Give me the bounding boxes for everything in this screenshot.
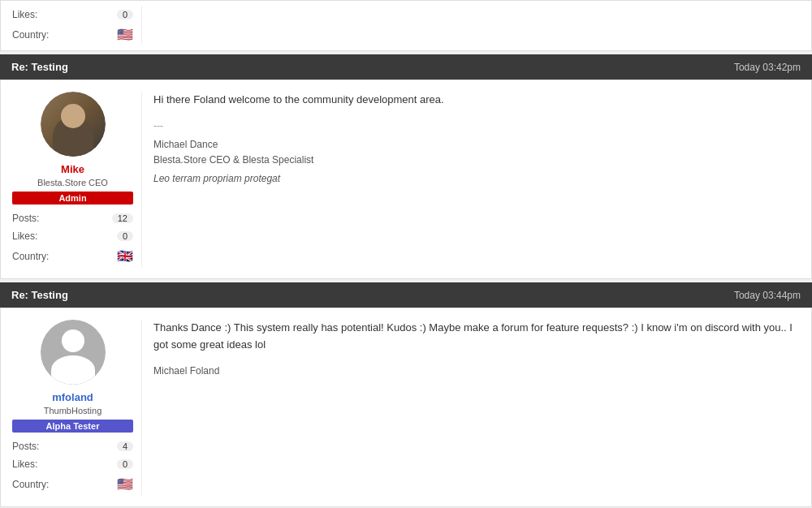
partial-country-label: Country: [12, 29, 49, 41]
post1-country-label: Country: [12, 251, 49, 262]
partial-likes-row: Likes: 0 [12, 6, 133, 24]
post1-likes-value: 0 [117, 231, 133, 241]
post2-title: Re: Testing [11, 289, 68, 301]
post2-user-stats: Posts: 4 Likes: 0 Country: 🇺🇸 [12, 437, 133, 495]
post1-text: Hi there Foland welcome to the community… [153, 92, 800, 109]
post2-time: Today 03:44pm [734, 290, 801, 301]
post1-title: Re: Testing [11, 61, 68, 73]
post1-container: Re: Testing Today 03:42pm Mike Blesta.St… [0, 54, 812, 279]
partial-content-area [142, 6, 800, 45]
post2-body: mfoland ThumbHosting Alpha Tester Posts:… [0, 308, 812, 507]
post1-posts-value: 12 [112, 213, 133, 223]
post2-signature: Michael Foland [153, 364, 800, 379]
post2-posts-row: Posts: 4 [12, 437, 133, 455]
post1-avatar [41, 92, 106, 157]
post1-body: Mike Blesta.Store CEO Admin Posts: 12 Li… [0, 80, 812, 279]
partial-user-info: Likes: 0 Country: 🇺🇸 [12, 6, 142, 45]
post2-user-card: mfoland ThumbHosting Alpha Tester Posts:… [12, 320, 142, 495]
post1-sig-separator: --- [153, 118, 800, 134]
post1-user-card: Mike Blesta.Store CEO Admin Posts: 12 Li… [12, 92, 142, 267]
post2-posts-value: 4 [117, 441, 133, 451]
post2-posts-label: Posts: [12, 441, 39, 452]
post2-content: Thanks Dance :) This system really has p… [153, 320, 800, 379]
partial-post-card: Likes: 0 Country: 🇺🇸 [0, 0, 812, 51]
post2-header: Re: Testing Today 03:44pm [0, 282, 812, 308]
partial-likes-value: 0 [117, 10, 133, 19]
partial-likes-label: Likes: [12, 9, 37, 20]
post2-username[interactable]: mfoland [52, 391, 93, 403]
post1-content: Hi there Foland welcome to the community… [153, 92, 800, 187]
mike-avatar-image [41, 92, 106, 157]
post1-likes-row: Likes: 0 [12, 227, 133, 245]
partial-country-row: Country: 🇺🇸 [12, 24, 133, 45]
post2-container: Re: Testing Today 03:44pm mfoland ThumbH… [0, 282, 812, 507]
post1-posts-row: Posts: 12 [12, 209, 133, 227]
post1-header: Re: Testing Today 03:42pm [0, 54, 812, 80]
post1-user-stats: Posts: 12 Likes: 0 Country: 🇬🇧 [12, 209, 133, 267]
mfoland-avatar-image [41, 320, 106, 385]
post2-avatar [41, 320, 106, 385]
post1-likes-label: Likes: [12, 230, 37, 242]
post1-country-flag: 🇬🇧 [117, 248, 133, 264]
post1-user-company: Blesta.Store CEO [37, 178, 108, 187]
post2-likes-row: Likes: 0 [12, 455, 133, 473]
post1-time: Today 03:42pm [734, 62, 801, 73]
post2-text: Thanks Dance :) This system really has p… [153, 320, 800, 354]
post1-signature: --- Michael Dance Blesta.Store CEO & Ble… [153, 118, 800, 187]
post1-username[interactable]: Mike [61, 163, 84, 175]
post1-sig-quote: Leo terram propriam protegat [153, 171, 800, 187]
page-wrapper: Likes: 0 Country: 🇺🇸 Re: Testing Today 0… [0, 0, 812, 508]
post2-sig-name: Michael Foland [153, 364, 800, 379]
post1-sig-name: Michael Dance [153, 137, 800, 153]
post1-posts-label: Posts: [12, 213, 39, 224]
post1-country-row: Country: 🇬🇧 [12, 245, 133, 267]
post2-user-company: ThumbHosting [44, 406, 102, 415]
post2-country-label: Country: [12, 479, 49, 490]
post2-country-row: Country: 🇺🇸 [12, 473, 133, 495]
post2-country-flag: 🇺🇸 [117, 476, 133, 492]
post1-role-badge: Admin [12, 192, 133, 204]
post2-likes-value: 0 [117, 459, 133, 469]
partial-country-flag: 🇺🇸 [117, 27, 133, 42]
post2-role-badge: Alpha Tester [12, 420, 133, 433]
post2-likes-label: Likes: [12, 458, 37, 470]
post1-sig-title: Blesta.Store CEO & Blesta Specialist [153, 153, 800, 168]
